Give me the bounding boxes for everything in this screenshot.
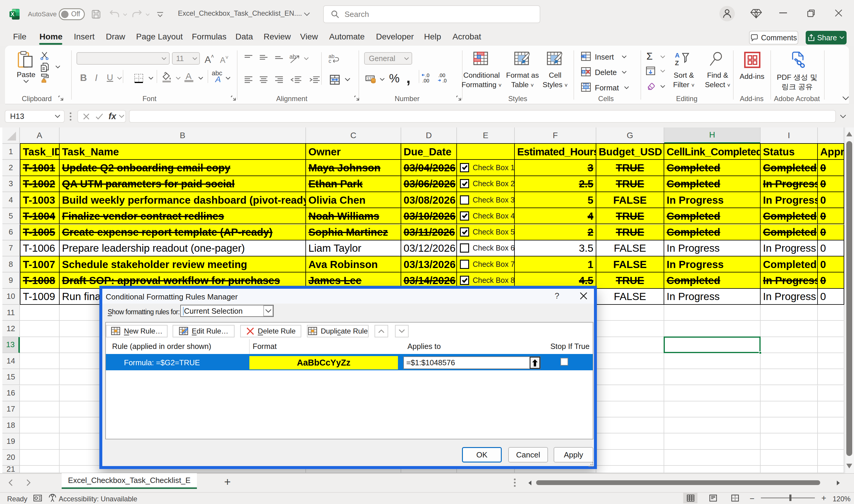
svg-text:.0: .0 — [425, 73, 429, 78]
svg-text:.00: .00 — [438, 73, 445, 78]
svg-text:Z: Z — [675, 59, 679, 67]
svg-text:c: c — [328, 58, 331, 64]
svg-text:.00: .00 — [422, 78, 429, 83]
svg-text:.0: .0 — [442, 78, 447, 83]
svg-text:X: X — [11, 11, 14, 17]
svg-text:A: A — [675, 52, 680, 59]
